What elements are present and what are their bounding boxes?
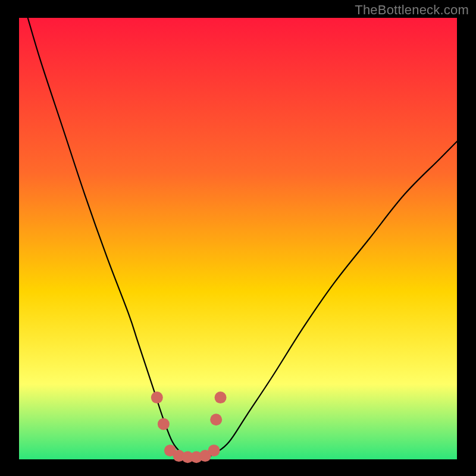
curve-marker <box>208 444 220 456</box>
curve-marker <box>151 392 163 403</box>
watermark-text: TheBottleneck.com <box>355 2 469 18</box>
curve-marker <box>158 418 170 430</box>
curve-marker <box>210 414 222 425</box>
bottleneck-plot <box>0 0 476 476</box>
curve-marker <box>215 392 227 403</box>
plot-background <box>19 18 457 459</box>
chart-stage: TheBottleneck.com <box>0 0 476 476</box>
